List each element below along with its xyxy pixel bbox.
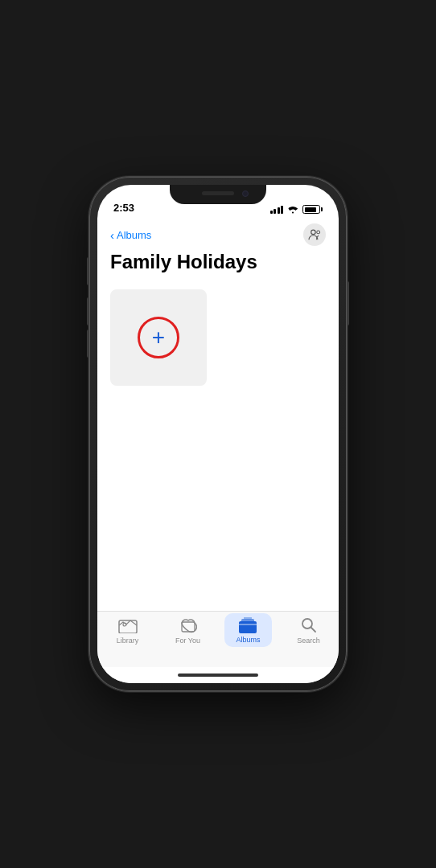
wifi-icon (287, 205, 298, 214)
phone-screen: 2:53 (97, 185, 339, 683)
home-indicator (97, 667, 339, 683)
library-icon (117, 616, 138, 634)
add-photos-tile[interactable]: + (110, 289, 207, 386)
tab-search-label: Search (297, 637, 320, 645)
tab-bar: Library For You (97, 611, 339, 667)
plus-icon: + (152, 326, 165, 349)
for-you-icon (178, 616, 199, 634)
status-icons (270, 205, 323, 214)
shared-album-button[interactable] (303, 223, 326, 246)
notch (170, 185, 266, 204)
back-chevron-icon: ‹ (110, 229, 114, 241)
albums-active-bg: Albums (224, 613, 271, 647)
page-title: Family Holidays (97, 249, 339, 283)
camera (242, 190, 249, 197)
phone-frame: 2:53 (89, 177, 347, 691)
tab-library[interactable]: Library (97, 616, 158, 645)
nav-bar: ‹ Albums (97, 219, 339, 249)
tab-for-you-label: For You (175, 637, 200, 645)
svg-point-1 (317, 231, 320, 234)
svg-line-10 (311, 628, 315, 633)
home-bar (178, 674, 258, 677)
svg-rect-6 (241, 619, 254, 622)
status-time: 2:53 (113, 202, 134, 214)
tab-albums-label: Albums (236, 636, 260, 644)
svg-rect-5 (239, 621, 257, 633)
battery-icon (302, 205, 323, 214)
signal-bars (270, 206, 284, 214)
back-button[interactable]: ‹ Albums (110, 229, 151, 241)
albums-icon (237, 616, 258, 634)
people-icon (308, 229, 321, 240)
speaker (202, 191, 234, 195)
search-icon (298, 616, 319, 634)
add-circle-icon: + (138, 317, 179, 358)
tab-library-label: Library (117, 637, 139, 645)
back-label: Albums (117, 229, 151, 241)
tab-for-you[interactable]: For You (158, 616, 218, 645)
tab-search[interactable]: Search (278, 616, 339, 645)
tab-albums[interactable]: Albums (218, 616, 278, 647)
svg-rect-7 (244, 617, 252, 620)
svg-point-0 (311, 230, 315, 234)
content-area: + (97, 283, 339, 611)
